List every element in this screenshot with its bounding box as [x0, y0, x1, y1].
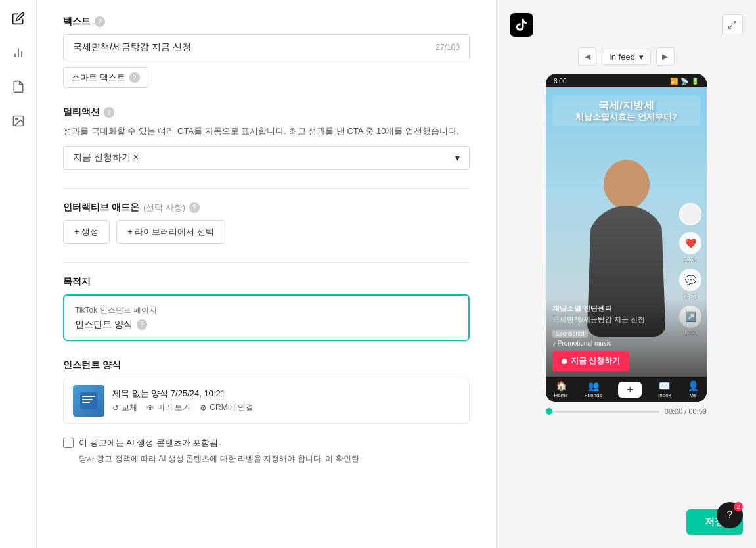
nav-home[interactable]: 🏠 Home [554, 380, 567, 398]
phone-content: 국세/지방세 체납소멸시효는 언제부터? ❤️ 991K [546, 87, 707, 377]
sponsored-badge: Sponsored [552, 330, 588, 338]
sidebar-icon-image[interactable] [8, 110, 29, 131]
preview-nav: ◀ In feed ▾ ▶ [578, 47, 675, 66]
text-input-value: 국세면책/세금탕감 지금 신청 [73, 41, 191, 53]
ad-title-line1: 국세/지방세 [558, 99, 695, 112]
prev-nav-button[interactable]: ◀ [578, 47, 596, 66]
text-help-icon[interactable]: ? [95, 16, 105, 27]
addon-create-label: + 생성 [74, 227, 99, 237]
divider-1 [63, 188, 470, 189]
signal-icon: 📶 [670, 78, 678, 85]
right-panel: ◀ In feed ▾ ▶ 8:00 📶 📡 🔋 [497, 0, 756, 548]
interactive-addon-title: 인터랙티브 애드온 (선택 사항) ? [63, 202, 470, 214]
text-section-title: 텍스트 ? [63, 16, 470, 28]
cta-button-label: 지금 신청하기 [571, 355, 620, 367]
ai-checkbox-label: 이 광고에는 AI 생성 콘텐츠가 포함됨 [79, 437, 218, 449]
comment-icon: 💬 [679, 269, 701, 291]
destination-title: 목적지 [63, 276, 470, 288]
time-display: 8:00 [554, 78, 566, 85]
tiktok-logo [510, 13, 533, 37]
svg-rect-6 [82, 396, 95, 397]
sidebar [0, 0, 37, 548]
like-count: 991K [683, 256, 697, 262]
instant-form-section: 인스턴트 양식 제목 없는 양식 7/25/24, 10:21 ↺ 교체 👁 [63, 359, 470, 424]
feed-chevron-icon: ▾ [639, 52, 644, 62]
destination-type: TikTok 인스턴트 페이지 [75, 305, 458, 316]
me-icon: 👤 [688, 380, 699, 391]
interactive-addon-label: 인터랙티브 애드온 [63, 202, 139, 214]
avatar-icon [679, 203, 701, 225]
destination-label: 목적지 [63, 276, 91, 288]
preview-header [510, 13, 743, 37]
like-icon-item[interactable]: ❤️ 991K [679, 232, 701, 262]
smart-text-label: 스마트 텍스트 [72, 72, 125, 83]
battery-icon: 🔋 [691, 78, 699, 85]
progress-bar[interactable] [546, 411, 659, 413]
home-icon: 🏠 [556, 380, 567, 391]
form-replace-link[interactable]: ↺ 교체 [112, 402, 137, 413]
nav-friends-label: Friends [585, 392, 602, 398]
multi-action-desc: 성과를 극대화할 수 있는 여러 CTA를 자동으로 표시합니다. 최고 성과를… [63, 125, 470, 138]
addon-library-button[interactable]: + 라이브러리에서 선택 [116, 220, 225, 244]
help-button[interactable]: ? 2 [717, 502, 743, 528]
multi-action-help-icon[interactable]: ? [104, 107, 114, 118]
nav-me[interactable]: 👤 Me [688, 380, 699, 398]
addon-buttons: + 생성 + 라이브러리에서 선택 [63, 220, 470, 244]
svg-point-4 [15, 118, 16, 120]
smart-text-button[interactable]: 스마트 텍스트 ? [63, 67, 148, 88]
video-progress: 00:00 / 00:59 [546, 407, 707, 415]
destination-card[interactable]: TikTok 인스턴트 페이지 인스턴트 양식 ? [63, 294, 470, 341]
ad-title-line2: 체납소멸시효는 언제부터? [558, 112, 695, 122]
interactive-addon-optional: (선택 사항) [143, 202, 185, 214]
ai-section: 이 광고에는 AI 생성 콘텐츠가 포함됨 당사 광고 정책에 따라 AI 생성… [63, 437, 470, 465]
nav-inbox[interactable]: ✉️ Inbox [658, 380, 671, 398]
save-button-wrapper: 저장 [510, 499, 743, 535]
interactive-addon-section: 인터랙티브 애드온 (선택 사항) ? + 생성 + 라이브러리에서 선택 [63, 202, 470, 244]
nav-me-label: Me [689, 392, 696, 398]
expand-button[interactable] [722, 14, 743, 35]
addon-create-button[interactable]: + 생성 [63, 220, 110, 244]
cta-button[interactable]: 지금 신청하기 [552, 351, 629, 371]
form-title: 제목 없는 양식 7/25/24, 10:21 [112, 388, 460, 400]
sidebar-icon-chart[interactable] [8, 42, 29, 63]
feed-select[interactable]: In feed ▾ [602, 49, 651, 65]
nav-friends[interactable]: 👥 Friends [585, 380, 602, 398]
form-crm-link[interactable]: ⚙ CRM에 연결 [200, 402, 254, 413]
friends-icon: 👥 [588, 380, 599, 391]
music-tag: ♪ Promotional music [552, 340, 700, 347]
form-preview-link[interactable]: 👁 미리 보기 [146, 402, 190, 413]
phone-bottom-overlay: 채납소멸 진단센터 국세면책/세금탕감 지금 신청 Sponsored ♪ Pr… [546, 298, 707, 377]
ad-text: 국세면책/세금탕감 지금 신청 [552, 315, 700, 325]
help-notification-badge: 2 [734, 502, 743, 511]
ad-account-text: 채납소멸 진단센터 [552, 304, 700, 313]
multi-action-title: 멀티액션 ? [63, 106, 470, 118]
sidebar-icon-edit[interactable] [8, 8, 29, 29]
preview-time: 00:00 / 00:59 [665, 407, 707, 415]
plus-icon: + [618, 382, 642, 398]
form-info: 제목 없는 양식 7/25/24, 10:21 ↺ 교체 👁 미리 보기 ⚙ C… [112, 388, 460, 413]
comment-icon-item[interactable]: 💬 3456 [679, 269, 701, 299]
interactive-addon-help-icon[interactable]: ? [189, 202, 200, 213]
text-label: 텍스트 [63, 16, 91, 28]
text-input-wrapper[interactable]: 국세면책/세금탕감 지금 신청 27/100 [63, 34, 470, 60]
cta-button-dot [562, 359, 567, 364]
svg-line-10 [729, 26, 732, 28]
text-count: 27/100 [435, 43, 460, 52]
multi-action-label: 멀티액션 [63, 106, 100, 118]
nav-plus[interactable]: + [618, 382, 642, 398]
cta-select[interactable]: 지금 신청하기 × ▾ [63, 146, 470, 170]
instant-form-label: 인스턴트 양식 [63, 359, 121, 371]
form-actions: ↺ 교체 👁 미리 보기 ⚙ CRM에 연결 [112, 402, 460, 413]
destination-help-icon[interactable]: ? [137, 319, 147, 330]
sidebar-icon-document[interactable] [8, 76, 29, 97]
destination-value: 인스턴트 양식 [75, 319, 133, 331]
ai-checkbox[interactable] [63, 438, 74, 448]
multi-action-section: 멀티액션 ? 성과를 극대화할 수 있는 여러 CTA를 자동으로 표시합니다.… [63, 106, 470, 170]
help-icon: ? [727, 509, 733, 521]
inbox-icon: ✉️ [659, 380, 670, 391]
phone-status-bar: 8:00 📶 📡 🔋 [546, 74, 707, 87]
next-nav-button[interactable]: ▶ [656, 47, 675, 66]
smart-text-help-icon[interactable]: ? [129, 72, 140, 83]
progress-dot [546, 408, 552, 415]
ai-checkbox-row: 이 광고에는 AI 생성 콘텐츠가 포함됨 [63, 437, 470, 449]
